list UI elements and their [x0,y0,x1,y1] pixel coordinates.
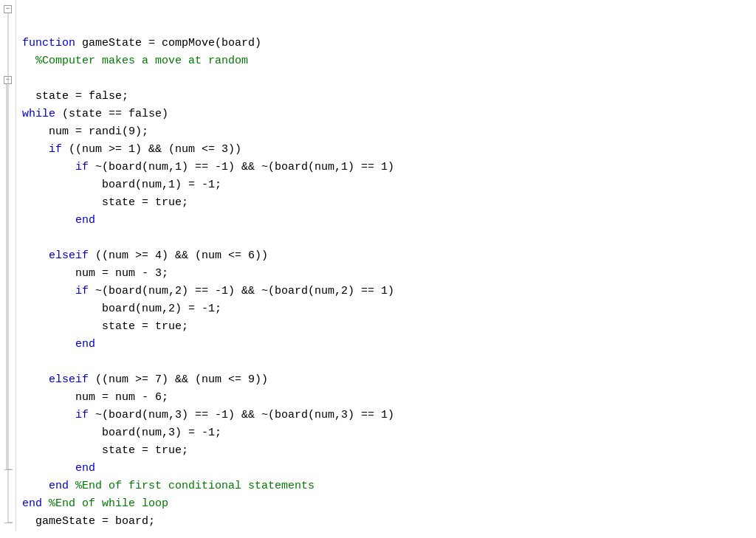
token-kw: if [75,161,89,173]
gutter-row [0,35,16,53]
line-content: board(num,1) = -1; [22,176,221,193]
gutter-row [0,443,16,461]
code-line: elseif ((num >= 7) && (num <= 9)) [22,371,756,389]
gutter-row [0,407,16,425]
gutter-row [0,266,16,283]
token-plain: state = true; [102,444,188,457]
code-line: state = true; [22,442,756,460]
line-content: %Computer makes a move at random [22,52,248,69]
code-line [22,354,756,371]
code-line: if ~(board(num,2) == -1) && ~(board(num,… [22,283,756,300]
code-line: elseif ((num >= 4) && (num <= 6)) [22,247,756,265]
code-line: if ~(board(num,3) == -1) && ~(board(num,… [22,407,756,424]
gutter-row [0,177,16,195]
line-content: state = true; [22,194,188,211]
line-content: end [22,336,95,353]
token-kw: end [49,480,69,492]
code-editor: −− function gameState = compMove(board) … [0,0,756,538]
gutter-row [0,319,16,337]
gutter-row [0,478,16,496]
line-content: state = true; [22,318,188,335]
gutter-row [0,213,16,230]
gutter-row [0,372,16,390]
gutter-row [0,425,16,443]
token-plain: gameState = board; [35,515,155,528]
code-line [22,70,756,88]
gutter-row [0,390,16,407]
code-line: state = true; [22,194,756,212]
gutter-row [0,195,16,213]
line-content: while (state == false) [22,106,168,123]
token-kw: end [75,462,95,475]
line-content: if ~(board(num,3) == -1) && ~(board(num,… [22,407,394,424]
code-line [22,531,756,539]
token-plain: (state == false) [55,108,168,120]
gutter-row: − [0,71,16,89]
gutter-row [0,106,16,124]
code-line: end %End of while loop [22,495,756,513]
token-plain: ((num >= 1) && (num <= 3)) [62,143,241,156]
token-kw: function [22,37,75,49]
line-content: state = true; [22,442,188,459]
code-line: end %End of first conditional statements [22,477,756,495]
gutter-row [0,301,16,319]
code-line: end [22,212,756,230]
gutter-row [0,337,16,354]
code-line: num = randi(9); [22,123,756,141]
fold-end-marker [4,523,13,523]
token-kw: elseif [49,373,89,386]
line-content: if ~(board(num,2) == -1) && ~(board(num,… [22,283,394,300]
token-plain: board(num,1) = -1; [102,179,221,191]
gutter-row [0,354,16,372]
token-plain: ((num >= 4) && (num <= 6)) [89,249,268,262]
line-content: end [22,460,95,477]
line-content: num = randi(9); [22,123,148,140]
code-line: state = false; [22,88,756,106]
token-plain: gameState = compMove(board) [75,37,261,49]
line-content: elseif ((num >= 4) && (num <= 6)) [22,247,268,264]
line-content: if ~(board(num,1) == -1) && ~(board(num,… [22,159,394,176]
gutter-row [0,496,16,514]
code-line: end [22,460,756,477]
token-plain: state = false; [35,90,128,103]
code-line: num = num - 3; [22,265,756,283]
code-line: %Computer makes a move at random [22,52,756,70]
token-plain: ((num >= 7) && (num <= 9)) [89,373,268,386]
token-comment: %End of while loop [49,497,168,510]
line-content: gameState = board; [22,513,155,530]
code-line [22,230,756,247]
line-content: num = num - 6; [22,389,168,406]
line-content: end [22,212,95,229]
gutter-row [0,461,16,478]
gutter-row [0,124,16,142]
code-line: board(num,2) = -1; [22,300,756,318]
code-line: num = num - 6; [22,389,756,407]
token-kw: if [75,285,89,297]
token-plain: num = randi(9); [49,125,148,138]
token-kw: end [75,214,95,227]
gutter-row [0,18,16,35]
token-kw: if [75,409,89,421]
token-comment: %Computer makes a move at random [35,55,248,67]
token-plain: state = true; [102,196,188,209]
line-content: board(num,2) = -1; [22,300,221,317]
line-content: function gameState = compMove(board) [22,35,261,52]
token-kw: if [49,143,62,156]
token-kw: end [75,338,95,351]
fold-collapse-button[interactable]: − [4,76,12,84]
token-plain: num = num - 6; [75,391,168,404]
code-line: end [22,336,756,354]
token-plain: ~(board(num,2) == -1) && ~(board(num,2) … [89,285,394,297]
gutter-row: − [0,0,16,18]
line-content: state = false; [22,88,128,105]
gutter-row [0,283,16,301]
code-area[interactable]: function gameState = compMove(board) %Co… [16,0,756,538]
fold-collapse-button[interactable]: − [4,5,12,13]
token-plain: ~(board(num,3) == -1) && ~(board(num,3) … [89,409,394,421]
gutter: −− [0,0,16,531]
token-plain [42,497,49,510]
code-line: board(num,3) = -1; [22,424,756,442]
code-line: board(num,1) = -1; [22,176,756,194]
gutter-row [0,159,16,177]
token-plain: board(num,3) = -1; [102,427,221,439]
